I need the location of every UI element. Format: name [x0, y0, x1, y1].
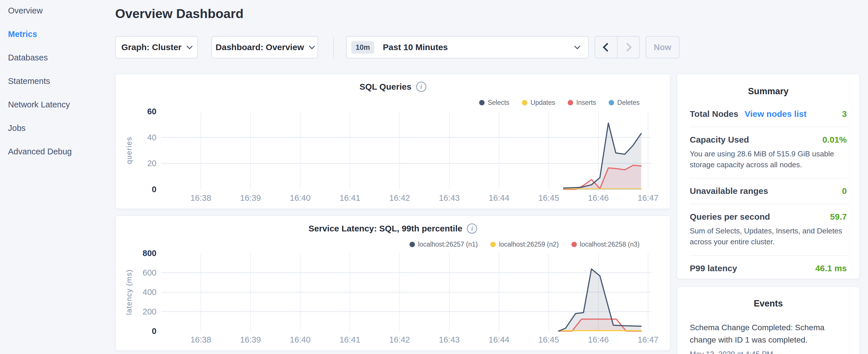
now-button[interactable]: Now — [646, 36, 679, 58]
summary-row-label: Total Nodes — [690, 109, 738, 119]
summary-row-value: 3 — [842, 109, 847, 119]
summary-title: Summary — [690, 86, 847, 97]
legend-label: Selects — [488, 99, 509, 106]
summary-row-value: 0 — [842, 186, 847, 196]
legend-item-selects[interactable]: Selects — [479, 99, 509, 106]
legend-dot — [609, 100, 614, 105]
event-timestamp: May 13, 2020 at 4:45 PM — [690, 350, 847, 354]
legend-label: localhost:26259 (n2) — [499, 240, 559, 248]
summary-row-label: Queries per second — [690, 212, 770, 222]
events-panel: Events Schema Change Completed: Schema c… — [677, 286, 860, 354]
dashboard-dropdown[interactable]: Dashboard: Overview — [212, 36, 318, 58]
legend-label: localhost:26257 (n1) — [418, 240, 478, 248]
legend-item-localhost-26258-n3[interactable]: localhost:26258 (n3) — [571, 240, 640, 248]
sidebar-item-network-latency[interactable]: Network Latency — [8, 99, 109, 110]
legend-dot — [479, 100, 485, 105]
events-title: Events — [690, 298, 847, 309]
chart-svg — [161, 111, 651, 189]
legend-dot — [522, 100, 527, 105]
x-axis-tick-label: 16:45 — [538, 193, 559, 203]
x-axis-tick-label: 16:40 — [290, 193, 311, 203]
next-time-window-button[interactable] — [617, 37, 639, 58]
legend-label: Inserts — [576, 99, 596, 106]
chart-svg — [161, 253, 651, 331]
chart-title: Service Latency: SQL, 99th percentile — [309, 224, 463, 233]
chevron-left-icon — [602, 43, 612, 52]
sidebar-item-metrics[interactable]: Metrics — [8, 29, 109, 39]
legend-dot — [571, 242, 577, 247]
legend-dot — [409, 242, 415, 247]
chevron-down-icon — [309, 43, 315, 49]
legend-item-localhost-26257-n1[interactable]: localhost:26257 (n1) — [409, 240, 478, 248]
sidebar-item-databases[interactable]: Databases — [8, 52, 109, 63]
legend-item-localhost-26259-n2[interactable]: localhost:26259 (n2) — [490, 240, 559, 248]
plot-area: 020406016:3816:3916:4016:4116:4216:4316:… — [161, 111, 651, 189]
y-axis-tick-label: 0 — [152, 326, 156, 336]
x-axis-tick-label: 16:42 — [389, 335, 410, 345]
x-axis-tick-label: 16:46 — [588, 193, 609, 203]
x-axis-tick-label: 16:39 — [240, 193, 261, 203]
summary-divider — [690, 127, 847, 127]
x-axis-tick-label: 16:47 — [638, 193, 658, 203]
x-axis-tick-label: 16:43 — [439, 335, 460, 345]
y-axis-title: queries — [125, 137, 133, 164]
x-axis-tick-label: 16:44 — [489, 335, 509, 345]
summary-divider — [690, 204, 847, 204]
legend-label: Deletes — [617, 99, 640, 106]
y-axis-tick-label: 40 — [147, 133, 156, 142]
sidebar-item-statements[interactable]: Statements — [8, 75, 109, 87]
sidebar-item-advanced-debug[interactable]: Advanced Debug — [8, 146, 109, 157]
x-axis-tick-label: 16:39 — [240, 335, 261, 345]
graph-dropdown[interactable]: Graph: Cluster — [115, 36, 198, 58]
chart-title-row: Service Latency: SQL, 99th percentile i — [116, 223, 670, 234]
chevron-down-icon — [186, 43, 192, 49]
page-title: Overview Dashboard — [115, 6, 244, 21]
service-latency-chart-card: Service Latency: SQL, 99th percentile i … — [115, 215, 671, 351]
summary-divider — [690, 178, 847, 179]
summary-row-label: Unavailable ranges — [690, 186, 768, 196]
legend-dot — [490, 242, 496, 247]
chart-legend: SelectsUpdatesInsertsDeletes — [479, 99, 640, 106]
summary-row-subtext: You are using 28.6 MiB of 515.9 GiB usab… — [690, 149, 847, 170]
event-text: Schema Change Completed: Schema change w… — [690, 321, 847, 346]
time-range-dropdown[interactable]: 10m Past 10 Minutes — [346, 36, 589, 58]
summary-row-label: P99 latency — [690, 263, 737, 273]
legend-label: localhost:26258 (n3) — [580, 240, 640, 248]
summary-row-label: Capacity Used — [690, 135, 749, 144]
summary-row-value: 59.7 — [830, 212, 847, 222]
chart-legend: localhost:26257 (n1)localhost:26259 (n2)… — [409, 240, 640, 248]
summary-rows: Total NodesView nodes list3Capacity Used… — [690, 109, 847, 273]
x-axis-tick-label: 16:43 — [439, 193, 460, 203]
view-nodes-list-link[interactable]: View nodes list — [744, 109, 806, 119]
summary-row-queries-per-second: Queries per second59.7 — [690, 212, 847, 222]
x-axis-tick-label: 16:46 — [588, 335, 609, 345]
sidebar-item-jobs[interactable]: Jobs — [8, 123, 109, 133]
y-axis-tick-label: 60 — [147, 107, 156, 116]
graph-dropdown-label: Graph: Cluster — [121, 42, 181, 52]
events-list: Schema Change Completed: Schema change w… — [690, 321, 847, 354]
summary-row-value: 46.1 ms — [815, 263, 847, 273]
x-axis-tick-label: 16:41 — [340, 193, 361, 203]
y-axis-title: latency (ms) — [125, 269, 133, 315]
prev-time-window-button[interactable] — [595, 37, 617, 58]
chart-title-row: SQL Queries i — [116, 82, 670, 92]
info-icon[interactable]: i — [416, 82, 426, 92]
legend-item-inserts[interactable]: Inserts — [568, 99, 596, 106]
plot-area: 020040060080016:3816:3916:4016:4116:4216… — [161, 253, 651, 331]
x-axis-tick-label: 16:38 — [190, 193, 211, 203]
info-icon[interactable]: i — [467, 223, 477, 234]
legend-dot — [568, 100, 573, 105]
y-axis-tick-label: 800 — [143, 249, 156, 258]
right-sidebar: Summary Total NodesView nodes list3Capac… — [677, 74, 860, 279]
y-axis-tick-label: 0 — [152, 185, 156, 194]
legend-label: Updates — [530, 99, 555, 106]
x-axis-tick-label: 16:45 — [538, 335, 559, 345]
y-axis-tick-label: 600 — [143, 268, 156, 278]
x-axis-tick-label: 16:41 — [340, 335, 361, 345]
sidebar-item-overview[interactable]: Overview — [8, 5, 109, 16]
sidebar: OverviewMetricsDatabasesStatementsNetwor… — [0, 0, 109, 354]
chevron-down-icon — [574, 43, 580, 49]
toolbar: Graph: Cluster Dashboard: Overview 10m P… — [115, 36, 860, 58]
legend-item-updates[interactable]: Updates — [522, 99, 555, 106]
legend-item-deletes[interactable]: Deletes — [609, 99, 640, 106]
